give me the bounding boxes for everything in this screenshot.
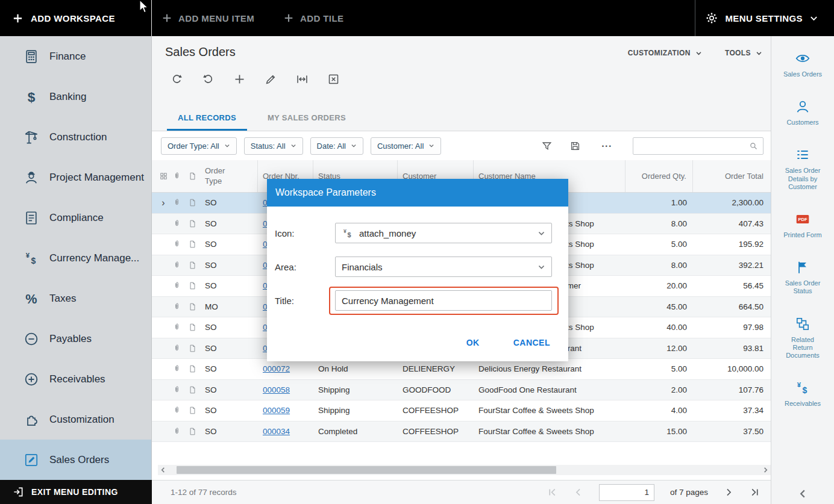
note-cell[interactable] <box>184 422 200 442</box>
page-number-input[interactable] <box>599 484 654 501</box>
export-excel-button[interactable] <box>327 73 340 86</box>
note-cell[interactable] <box>184 255 200 276</box>
tab-all-records[interactable]: ALL RECORDS <box>167 113 247 131</box>
sidebar-item-finance[interactable]: Finance <box>0 36 151 76</box>
filter-customer-all[interactable]: Customer: All <box>371 137 441 155</box>
attachment-cell[interactable] <box>169 422 184 442</box>
table-row[interactable]: SO000059ShippingCOFFEESHOPFourStar Coffe… <box>152 400 771 422</box>
prev-page-button[interactable] <box>573 487 583 497</box>
add-tile-button[interactable]: ADD TILE <box>283 13 343 23</box>
chevron-down-icon <box>351 143 357 149</box>
filter-date-all[interactable]: Date: All <box>310 137 363 155</box>
panel-item-receivables[interactable]: ¥$Receivables <box>774 380 832 408</box>
title-input[interactable] <box>335 290 552 311</box>
collapse-panel-button[interactable] <box>798 490 807 498</box>
note-cell[interactable] <box>184 234 200 255</box>
tab-my-sales-orders[interactable]: MY SALES ORDERS <box>257 113 357 131</box>
attachment-cell[interactable] <box>169 297 184 317</box>
attachment-cell[interactable] <box>169 317 184 338</box>
first-page-button[interactable] <box>547 487 557 497</box>
order-total-cell: 10,000.00 <box>693 359 771 379</box>
note-cell[interactable] <box>184 317 200 338</box>
more-options-button[interactable]: ... <box>601 138 612 149</box>
note-cell[interactable] <box>184 214 200 234</box>
add-workspace-button[interactable]: ADD WORKSPACE <box>0 0 152 36</box>
note-cell[interactable] <box>184 193 200 213</box>
attachment-cell[interactable] <box>169 276 184 296</box>
records-count: 1-12 of 77 records <box>171 488 237 497</box>
add-record-button[interactable] <box>233 73 246 86</box>
sidebar-item-label: Sales Orders <box>49 454 109 466</box>
ok-button[interactable]: OK <box>466 338 480 347</box>
sidebar-item-project-management[interactable]: Project Management <box>0 157 151 198</box>
sidebar-item-taxes[interactable]: %Taxes <box>0 278 151 319</box>
note-cell[interactable] <box>184 338 200 359</box>
sidebar-item-compliance[interactable]: Compliance <box>0 198 151 238</box>
search-input[interactable] <box>638 142 749 151</box>
order-number-link[interactable]: 000059 <box>263 406 290 415</box>
scroll-left-button[interactable] <box>158 465 168 475</box>
note-cell[interactable] <box>184 359 200 379</box>
attachment-cell[interactable] <box>169 193 184 213</box>
attachment-cell[interactable] <box>169 255 184 276</box>
sidebar-item-currency-manage[interactable]: ¥$Currency Manage... <box>0 238 151 278</box>
panel-item-sales-orders[interactable]: Sales Orders <box>774 51 832 78</box>
table-row[interactable]: SO000058ShippingGOODFOODGoodFood One Res… <box>152 380 771 401</box>
note-icon <box>188 344 197 353</box>
refresh-button[interactable] <box>171 73 183 86</box>
attachment-cell[interactable] <box>169 400 184 421</box>
table-row[interactable]: SO000034CompletedCOFFEESHOPFourStar Coff… <box>152 422 771 443</box>
area-dropdown[interactable]: Financials <box>335 257 552 277</box>
filter-status-all[interactable]: Status: All <box>244 137 303 155</box>
sidebar-item-receivables[interactable]: Receivables <box>0 359 151 399</box>
icon-dropdown[interactable]: ¥$ attach_money <box>335 223 552 243</box>
save-filter-button[interactable] <box>569 140 581 152</box>
order-number-link[interactable]: 000034 <box>263 427 290 436</box>
panel-item-label: Sales Order Details by Customer <box>781 167 824 191</box>
order-number-link[interactable]: 000058 <box>263 385 290 394</box>
exit-menu-editing-button[interactable]: EXIT MENU EDITING <box>0 480 152 504</box>
panel-item-sales-order-details-by-customer[interactable]: Sales Order Details by Customer <box>774 147 832 191</box>
sidebar-item-payables[interactable]: Payables <box>0 319 151 359</box>
attachment-cell[interactable] <box>169 214 184 234</box>
main-header: Sales Orders CUSTOMIZATION TOOLS <box>152 36 771 131</box>
attachment-cell[interactable] <box>169 234 184 255</box>
panel-item-customers[interactable]: Customers <box>774 99 832 126</box>
attachment-cell[interactable] <box>169 359 184 379</box>
note-cell[interactable] <box>184 380 200 400</box>
scrollbar-track[interactable] <box>168 465 760 475</box>
next-page-button[interactable] <box>724 487 734 497</box>
table-row[interactable]: SO000072On HoldDELIENERGYDelicious Energ… <box>152 359 771 380</box>
panel-item-related-return-documents[interactable]: Related Return Documents <box>774 316 832 360</box>
filter-order-type-all[interactable]: Order Type: All <box>161 137 237 155</box>
column-header-order-total[interactable]: Order Total <box>693 160 771 192</box>
sidebar-item-banking[interactable]: $Banking <box>0 76 151 117</box>
menu-settings-button[interactable]: MENU SETTINGS <box>695 11 834 25</box>
tools-menu[interactable]: TOOLS <box>725 49 762 57</box>
fit-width-button[interactable] <box>296 73 309 86</box>
attachment-cell[interactable] <box>169 338 184 359</box>
undo-button[interactable] <box>202 73 215 86</box>
scrollbar-thumb[interactable] <box>177 466 556 474</box>
horizontal-scrollbar[interactable] <box>158 465 771 475</box>
panel-item-printed-form[interactable]: PDFPrinted Form <box>774 211 832 239</box>
last-page-button[interactable] <box>750 487 760 497</box>
order-number-link[interactable]: 000072 <box>263 364 290 373</box>
attachment-cell[interactable] <box>169 380 184 400</box>
add-menu-item-button[interactable]: ADD MENU ITEM <box>161 13 254 23</box>
sidebar-item-sales-orders[interactable]: Sales Orders <box>0 440 151 480</box>
order-type-cell: SO <box>200 255 258 276</box>
filter-settings-button[interactable] <box>541 140 553 152</box>
column-header-ordered-qty[interactable]: Ordered Qty. <box>626 160 693 192</box>
column-header-order-type[interactable]: Order Type <box>200 160 258 192</box>
sidebar-item-customization[interactable]: Customization <box>0 399 151 440</box>
cancel-button[interactable]: CANCEL <box>513 338 550 347</box>
note-cell[interactable] <box>184 297 200 317</box>
panel-item-sales-order-status[interactable]: Sales Order Status <box>774 260 832 295</box>
scroll-right-button[interactable] <box>760 465 771 475</box>
note-cell[interactable] <box>184 400 200 421</box>
edit-record-button[interactable] <box>265 73 277 86</box>
note-cell[interactable] <box>184 276 200 296</box>
customization-menu[interactable]: CUSTOMIZATION <box>628 49 702 57</box>
sidebar-item-construction[interactable]: Construction <box>0 117 151 157</box>
